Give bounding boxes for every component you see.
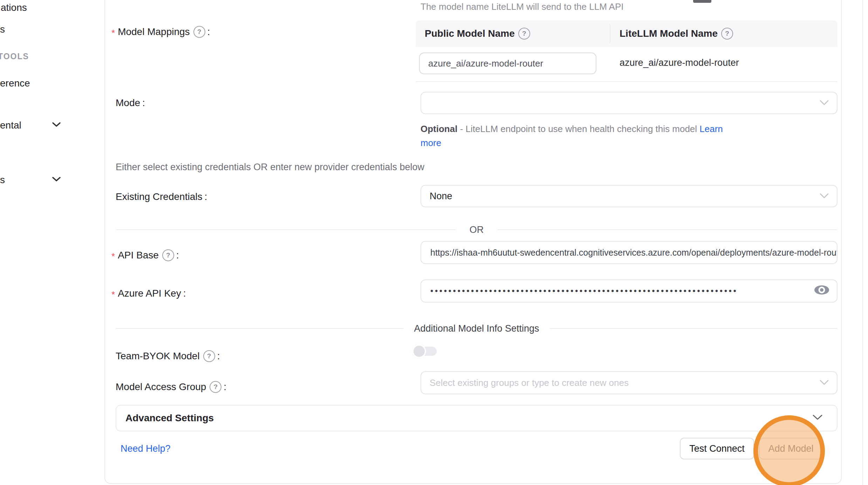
help-glyph: ?	[166, 251, 170, 259]
help-icon[interactable]: ?	[193, 26, 205, 38]
divider-line	[497, 229, 838, 230]
chevron-down-icon	[812, 414, 823, 422]
api-base-input[interactable]: https://ishaa-mh6uutut-swedencentral.cog…	[421, 241, 838, 264]
public-model-name-header-text: Public Model Name	[425, 28, 515, 39]
model-access-group-label-text: Model Access Group	[116, 381, 206, 393]
sidebar-item-organizations[interactable]: ations	[1, 2, 27, 13]
mode-optional-note: Optional - LiteLLM endpoint to use when …	[421, 122, 723, 150]
sidebar-item-api-reference[interactable]: erence	[0, 78, 30, 89]
existing-credentials-value: None	[430, 191, 452, 202]
need-help-link[interactable]: Need Help?	[121, 443, 171, 454]
divider-line	[116, 229, 456, 230]
chevron-down-icon[interactable]	[52, 122, 61, 129]
sidebar: ations s TOOLS erence ental s	[0, 0, 104, 485]
public-model-name-input[interactable]: azure_ai/azure-model-router	[419, 53, 596, 74]
test-connect-button[interactable]: Test Connect	[680, 438, 754, 459]
chevron-down-icon	[819, 377, 829, 388]
required-asterisk: *	[111, 251, 115, 262]
learn-more-link-line2[interactable]: more	[421, 138, 441, 148]
sidebar-item-settings[interactable]: s	[0, 174, 5, 186]
public-model-name-header: Public Model Name ?	[425, 28, 600, 40]
additional-info-divider: Additional Model Info Settings	[116, 323, 838, 334]
chevron-down-icon	[819, 191, 829, 202]
existing-credentials-select[interactable]: None	[421, 185, 838, 207]
azure-api-key-label: * Azure API Key :	[111, 288, 186, 299]
litellm-model-name-header-text: LiteLLM Model Name	[620, 28, 718, 39]
existing-credentials-label-text: Existing Credentials	[116, 191, 202, 202]
help-glyph: ?	[522, 30, 526, 37]
advanced-settings-panel[interactable]: Advanced Settings	[116, 405, 838, 431]
masked-api-key-value: ••••••••••••••••••••••••••••••••••••••••…	[430, 286, 802, 296]
label-colon: :	[224, 381, 226, 393]
chevron-down-icon[interactable]	[52, 176, 61, 183]
label-colon: :	[207, 26, 210, 37]
help-icon[interactable]: ?	[721, 28, 733, 40]
help-icon[interactable]: ?	[162, 249, 174, 261]
label-colon: :	[176, 250, 179, 261]
required-asterisk: *	[111, 28, 115, 39]
team-byok-toggle[interactable]	[415, 347, 437, 356]
model-mappings-label: * Model Mappings ? :	[111, 26, 210, 38]
team-byok-label-text: Team-BYOK Model	[116, 351, 200, 362]
help-icon[interactable]: ?	[210, 381, 221, 393]
model-access-group-label: Model Access Group ? :	[116, 381, 226, 393]
sidebar-section-tools: TOOLS	[0, 52, 29, 61]
azure-api-key-label-text: Azure API Key	[118, 288, 181, 299]
toggle-knob	[412, 344, 426, 358]
column-divider	[610, 25, 610, 43]
or-divider-text: OR	[470, 224, 484, 235]
api-base-value: https://ishaa-mh6uutut-swedencentral.cog…	[430, 248, 838, 258]
label-colon: :	[183, 288, 186, 299]
sidebar-item[interactable]: s	[0, 24, 5, 35]
or-divider: OR	[116, 224, 838, 235]
label-colon: :	[217, 351, 220, 362]
add-model-page: ations s TOOLS erence ental s The model …	[0, 0, 868, 485]
add-model-button[interactable]: Add Model	[759, 438, 823, 459]
clipped-element-edge	[693, 0, 711, 3]
api-base-label-text: API Base	[118, 250, 159, 261]
mode-label-text: Mode	[116, 97, 140, 109]
optional-bold: Optional	[421, 124, 457, 134]
chevron-down-icon	[819, 98, 829, 109]
help-glyph: ?	[207, 352, 211, 360]
model-access-group-placeholder: Select existing groups or type to create…	[430, 377, 629, 388]
sidebar-item-experimental[interactable]: ental	[0, 120, 21, 131]
help-glyph: ?	[725, 30, 729, 37]
azure-api-key-input[interactable]: ••••••••••••••••••••••••••••••••••••••••…	[421, 279, 838, 303]
mode-select[interactable]	[421, 92, 838, 114]
additional-info-divider-text: Additional Model Info Settings	[414, 323, 539, 334]
show-password-eye-icon[interactable]	[814, 284, 830, 298]
required-asterisk: *	[111, 289, 115, 300]
label-colon: :	[142, 97, 145, 109]
model-mappings-label-text: Model Mappings	[118, 26, 190, 37]
litellm-model-name-header: LiteLLM Model Name ?	[620, 28, 733, 40]
optional-body: - LiteLLM endpoint to use when health ch…	[457, 124, 699, 134]
litellm-model-name-value: azure_ai/azure-model-router	[620, 57, 739, 68]
table-header-row: Public Model Name ? LiteLLM Model Name ?	[416, 20, 838, 47]
outer-panel-edge	[862, 0, 863, 485]
advanced-settings-title: Advanced Settings	[125, 413, 214, 424]
credentials-note: Either select existing credentials OR en…	[116, 162, 424, 173]
label-colon: :	[204, 191, 207, 202]
help-glyph: ?	[214, 383, 218, 391]
help-icon[interactable]: ?	[203, 350, 215, 362]
model-name-helper-text: The model name LiteLLM will send to the …	[421, 1, 624, 12]
model-access-group-select[interactable]: Select existing groups or type to create…	[421, 371, 838, 394]
team-byok-label: Team-BYOK Model ? :	[116, 350, 220, 362]
existing-credentials-label: Existing Credentials :	[116, 191, 207, 202]
table-row: azure_ai/azure-model-router azure_ai/azu…	[416, 47, 838, 82]
help-icon[interactable]: ?	[518, 28, 530, 40]
divider-line	[550, 328, 838, 329]
model-mappings-table: Public Model Name ? LiteLLM Model Name ?…	[416, 20, 838, 82]
api-base-label: * API Base ? :	[111, 249, 179, 261]
help-glyph: ?	[197, 28, 201, 36]
divider-line	[116, 328, 403, 329]
mode-label: Mode :	[116, 97, 145, 109]
learn-more-link[interactable]: Learn	[699, 124, 723, 134]
